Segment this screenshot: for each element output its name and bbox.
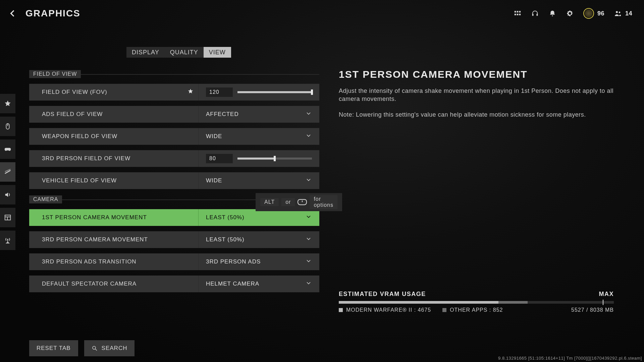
row-vehicle-field-of-view[interactable]: VEHICLE FIELD OF VIEW WIDE <box>29 172 319 189</box>
description-body-1: Adjust the intensity of camera shake mov… <box>339 87 614 103</box>
vram-bar <box>339 301 614 304</box>
vram-max-label: MAX <box>599 291 614 298</box>
svg-point-16 <box>7 239 8 240</box>
antenna-icon <box>4 237 11 244</box>
description-title: 1ST PERSON CAMERA MOVEMENT <box>339 69 614 80</box>
rail-favorite[interactable] <box>0 94 15 113</box>
alt-key: ALT <box>260 198 279 206</box>
row-label: 1ST PERSON CAMERA MOVEMENT <box>42 214 147 221</box>
row-field-of-view[interactable]: FIELD OF VIEW (FOV) 120 <box>29 84 319 101</box>
row-label: 3RD PERSON ADS TRANSITION <box>42 258 137 265</box>
row-label: FIELD OF VIEW (FOV) <box>42 89 107 96</box>
chevron-down-icon <box>305 258 312 266</box>
currency-indicator[interactable]: 96 <box>583 8 604 19</box>
rail-network[interactable] <box>0 231 15 250</box>
apps-icon[interactable] <box>514 9 522 17</box>
rail-graphics[interactable] <box>0 162 15 182</box>
row-label: DEFAULT SPECTATOR CAMERA <box>42 281 137 287</box>
layout-icon <box>4 214 11 221</box>
build-string: 9.8.13291665 [51:105:1614+11] Tm [7000][… <box>498 356 642 361</box>
svg-rect-3 <box>515 14 516 15</box>
controller-icon <box>4 145 11 153</box>
search-icon <box>92 345 98 351</box>
row-label: 3RD PERSON CAMERA MOVEMENT <box>42 236 148 243</box>
chevron-left-icon <box>8 9 17 18</box>
third-fov-value-box[interactable]: 80 <box>206 154 233 163</box>
row-value: LEAST (50%) <box>206 214 245 221</box>
star-icon <box>4 100 11 107</box>
svg-rect-7 <box>537 14 538 16</box>
svg-rect-2 <box>519 11 521 13</box>
search-button[interactable]: SEARCH <box>84 340 135 356</box>
row-label: ADS FIELD OF VIEW <box>42 111 103 118</box>
vram-total: 5527 / 8038 MB <box>571 307 614 313</box>
rail-audio[interactable] <box>0 185 15 204</box>
section-camera: CAMERA ALT or for options <box>29 196 319 203</box>
chevron-down-icon <box>305 280 312 288</box>
chevron-down-icon <box>305 177 312 185</box>
third-fov-slider[interactable] <box>237 158 312 160</box>
speaker-icon <box>4 191 11 198</box>
party-icon <box>614 9 622 17</box>
row-value: AFFECTED <box>206 111 239 118</box>
tab-quality[interactable]: QUALITY <box>165 47 204 58</box>
side-rail <box>0 94 15 253</box>
row-value: HELMET CAMERA <box>206 281 259 287</box>
row-3rd-person-field-of-view[interactable]: 3RD PERSON FIELD OF VIEW 80 <box>29 150 319 167</box>
svg-rect-6 <box>532 14 534 16</box>
tab-display[interactable]: DISPLAY <box>126 47 165 58</box>
headset-icon[interactable] <box>531 9 539 17</box>
avatar-icon <box>583 8 594 19</box>
chevron-down-icon <box>305 110 312 119</box>
vram-legend-game: MODERN WARFARE® II : 4675 <box>339 307 431 313</box>
row-weapon-field-of-view[interactable]: WEAPON FIELD OF VIEW WIDE <box>29 128 319 145</box>
rail-interface[interactable] <box>0 208 15 227</box>
row-value: LEAST (50%) <box>206 236 245 243</box>
row-value: WIDE <box>206 133 222 140</box>
reset-tab-button[interactable]: RESET TAB <box>29 340 78 356</box>
row-label: WEAPON FIELD OF VIEW <box>42 133 117 140</box>
options-hint: ALT or for options <box>256 193 342 211</box>
row-3rd-person-camera-movement[interactable]: 3RD PERSON CAMERA MOVEMENT LEAST (50%) <box>29 231 319 248</box>
row-default-spectator-camera[interactable]: DEFAULT SPECTATOR CAMERA HELMET CAMERA <box>29 276 319 292</box>
rail-controller[interactable] <box>0 139 15 159</box>
bell-icon[interactable] <box>548 9 556 17</box>
rail-mouse[interactable] <box>0 117 15 136</box>
row-3rd-person-ads-transition[interactable]: 3RD PERSON ADS TRANSITION 3RD PERSON ADS <box>29 253 319 270</box>
graphics-tabs: DISPLAY QUALITY VIEW <box>126 47 231 58</box>
row-ads-field-of-view[interactable]: ADS FIELD OF VIEW AFFECTED <box>29 106 319 123</box>
svg-point-10 <box>619 12 621 13</box>
svg-rect-1 <box>517 11 519 13</box>
mouse-icon <box>4 123 11 130</box>
vram-legend-other: OTHER APPS : 852 <box>442 307 503 313</box>
currency-value: 96 <box>597 10 604 17</box>
chevron-down-icon <box>305 214 312 222</box>
back-button[interactable] <box>7 7 19 19</box>
setting-description: 1ST PERSON CAMERA MOVEMENT Adjust the in… <box>339 69 614 126</box>
mouse-icon <box>298 199 307 205</box>
row-label: VEHICLE FIELD OF VIEW <box>42 177 117 184</box>
svg-rect-5 <box>519 14 521 15</box>
party-indicator[interactable]: 14 <box>614 9 632 17</box>
fov-slider[interactable] <box>237 91 312 93</box>
svg-point-9 <box>616 11 618 13</box>
svg-rect-0 <box>515 11 516 13</box>
section-field-of-view: FIELD OF VIEW <box>29 70 319 78</box>
tab-view[interactable]: VIEW <box>204 47 231 58</box>
chevron-down-icon <box>305 236 312 244</box>
row-value: 3RD PERSON ADS <box>206 258 261 265</box>
gear-icon[interactable] <box>566 9 574 17</box>
row-label: 3RD PERSON FIELD OF VIEW <box>42 155 130 162</box>
vram-panel: ESTIMATED VRAM USAGE MAX MODERN WARFARE®… <box>339 291 614 313</box>
row-1st-person-camera-movement[interactable]: 1ST PERSON CAMERA MOVEMENT LEAST (50%) <box>29 209 319 226</box>
page-title: GRAPHICS <box>25 8 80 19</box>
fov-value-box[interactable]: 120 <box>206 87 233 97</box>
svg-point-8 <box>552 15 553 16</box>
vram-title: ESTIMATED VRAM USAGE <box>339 291 426 298</box>
row-value: WIDE <box>206 177 222 184</box>
svg-line-18 <box>95 349 97 351</box>
description-body-2: Note: Lowering this setting's value can … <box>339 111 614 119</box>
star-icon <box>187 88 194 96</box>
svg-rect-4 <box>517 14 519 15</box>
party-count: 14 <box>625 10 632 17</box>
